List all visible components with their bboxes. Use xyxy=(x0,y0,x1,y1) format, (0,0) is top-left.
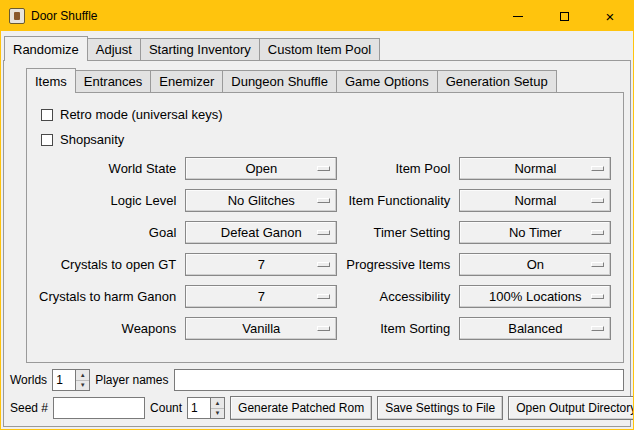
dropdown-indicator-icon xyxy=(317,326,330,331)
worlds-label: Worlds xyxy=(10,373,47,387)
label-item-functionality: Item Functionality xyxy=(346,193,450,208)
dropdown-logic-level-value: No Glitches xyxy=(228,193,295,208)
randomize-pane: Items Entrances Enemizer Dungeon Shuffle… xyxy=(3,60,631,427)
dropdown-goal-value: Defeat Ganon xyxy=(221,225,302,240)
player-names-input[interactable] xyxy=(174,369,625,391)
spinner-up-icon[interactable]: ▲ xyxy=(211,398,224,408)
dropdown-item-functionality-value: Normal xyxy=(514,193,556,208)
label-logic-level: Logic Level xyxy=(39,193,176,208)
dropdown-world-state-value: Open xyxy=(245,161,277,176)
bottom-controls: Worlds ▲ ▼ Player names Seed # Count xyxy=(4,363,630,426)
dropdown-progressive-items-value: On xyxy=(527,257,544,272)
seed-row: Seed # Count ▲ ▼ Generate Patched Rom Sa… xyxy=(10,396,624,420)
dropdown-goal[interactable]: Defeat Ganon xyxy=(185,221,337,244)
label-world-state: World State xyxy=(39,161,176,176)
worlds-spinner[interactable]: ▲ ▼ xyxy=(52,369,90,391)
label-progressive-items: Progressive Items xyxy=(346,257,450,272)
dropdown-progressive-items[interactable]: On xyxy=(459,253,611,276)
tab-enemizer[interactable]: Enemizer xyxy=(151,70,223,92)
dropdown-world-state[interactable]: Open xyxy=(185,157,337,180)
generate-patched-rom-button[interactable]: Generate Patched Rom xyxy=(230,396,372,420)
dropdown-indicator-icon xyxy=(591,262,604,267)
dropdown-indicator-icon xyxy=(317,166,330,171)
label-accessibility: Accessibility xyxy=(346,289,450,304)
player-names-label: Player names xyxy=(95,373,168,387)
checkbox-shopsanity[interactable]: Shopsanity xyxy=(41,132,611,147)
checkbox-label-shopsanity: Shopsanity xyxy=(60,132,124,147)
dropdown-timer-setting[interactable]: No Timer xyxy=(459,221,611,244)
checkbox-retro-mode[interactable]: Retro mode (universal keys) xyxy=(41,107,611,122)
tab-dungeon-shuffle[interactable]: Dungeon Shuffle xyxy=(223,70,337,92)
label-timer-setting: Timer Setting xyxy=(346,225,450,240)
window: Door Shuffle × Randomize Adjust Starting… xyxy=(0,0,634,430)
checkbox-box-retro-mode[interactable] xyxy=(41,109,53,121)
worlds-input[interactable] xyxy=(53,370,75,390)
dropdown-indicator-icon xyxy=(591,198,604,203)
tab-entrances[interactable]: Entrances xyxy=(76,70,152,92)
dropdown-logic-level[interactable]: No Glitches xyxy=(185,189,337,212)
tab-game-options[interactable]: Game Options xyxy=(337,70,438,92)
checkbox-box-shopsanity[interactable] xyxy=(41,134,53,146)
dropdown-crystals-open-gt-value: 7 xyxy=(258,257,265,272)
dropdown-indicator-icon xyxy=(317,294,330,299)
dropdown-indicator-icon xyxy=(591,230,604,235)
outer-tab-bar: Randomize Adjust Starting Inventory Cust… xyxy=(1,31,633,60)
caption-buttons: × xyxy=(495,1,633,31)
dropdown-item-functionality[interactable]: Normal xyxy=(459,189,611,212)
titlebar: Door Shuffle × xyxy=(1,1,633,31)
spinner-down-icon[interactable]: ▼ xyxy=(76,380,89,391)
dropdown-indicator-icon xyxy=(317,230,330,235)
label-item-pool: Item Pool xyxy=(346,161,450,176)
app-icon[interactable] xyxy=(9,8,25,24)
save-settings-button[interactable]: Save Settings to File xyxy=(377,396,503,420)
maximize-icon xyxy=(560,12,569,21)
dropdown-accessibility-value: 100% Locations xyxy=(489,289,582,304)
close-icon: × xyxy=(606,9,615,24)
dropdown-indicator-icon xyxy=(317,198,330,203)
count-input[interactable] xyxy=(188,398,210,418)
seed-label: Seed # xyxy=(10,401,48,415)
dropdown-crystals-harm-ganon[interactable]: 7 xyxy=(185,285,337,308)
tab-adjust[interactable]: Adjust xyxy=(88,38,141,60)
label-crystals-harm-ganon: Crystals to harm Ganon xyxy=(39,289,176,304)
window-title: Door Shuffle xyxy=(31,9,98,23)
spinner-up-icon[interactable]: ▲ xyxy=(76,370,89,380)
dropdown-accessibility[interactable]: 100% Locations xyxy=(459,285,611,308)
label-weapons: Weapons xyxy=(39,321,176,336)
dropdown-crystals-open-gt[interactable]: 7 xyxy=(185,253,337,276)
worlds-row: Worlds ▲ ▼ Player names xyxy=(10,369,624,391)
dropdown-item-pool-value: Normal xyxy=(514,161,556,176)
dropdown-weapons[interactable]: Vanilla xyxy=(185,317,337,340)
tab-items[interactable]: Items xyxy=(26,68,76,93)
count-spinner[interactable]: ▲ ▼ xyxy=(187,397,225,419)
label-crystals-open-gt: Crystals to open GT xyxy=(39,257,176,272)
items-pane: Retro mode (universal keys) Shopsanity W… xyxy=(26,92,624,363)
tab-generation-setup[interactable]: Generation Setup xyxy=(438,70,557,92)
count-spinner-arrows: ▲ ▼ xyxy=(210,398,224,418)
count-label: Count xyxy=(150,401,182,415)
tab-custom-item-pool[interactable]: Custom Item Pool xyxy=(260,38,380,60)
options-grid: World State Open Item Pool Normal Logic … xyxy=(39,157,611,340)
open-output-directory-button[interactable]: Open Output Directory xyxy=(508,396,634,420)
dropdown-item-sorting-value: Balanced xyxy=(508,321,562,336)
minimize-icon xyxy=(513,16,523,17)
inner-tab-bar: Items Entrances Enemizer Dungeon Shuffle… xyxy=(26,61,624,92)
checkbox-label-retro-mode: Retro mode (universal keys) xyxy=(60,107,223,122)
maximize-button[interactable] xyxy=(541,1,587,31)
dropdown-timer-setting-value: No Timer xyxy=(509,225,562,240)
worlds-spinner-arrows: ▲ ▼ xyxy=(75,370,89,390)
tab-starting-inventory[interactable]: Starting Inventory xyxy=(141,38,260,60)
dropdown-item-sorting[interactable]: Balanced xyxy=(459,317,611,340)
tab-randomize[interactable]: Randomize xyxy=(4,36,88,61)
dropdown-indicator-icon xyxy=(591,294,604,299)
label-item-sorting: Item Sorting xyxy=(346,321,450,336)
dropdown-indicator-icon xyxy=(317,262,330,267)
spinner-down-icon[interactable]: ▼ xyxy=(211,408,224,419)
seed-input[interactable] xyxy=(53,397,145,419)
dropdown-indicator-icon xyxy=(591,166,604,171)
dropdown-item-pool[interactable]: Normal xyxy=(459,157,611,180)
dropdown-crystals-harm-ganon-value: 7 xyxy=(258,289,265,304)
dropdown-weapons-value: Vanilla xyxy=(242,321,280,336)
close-button[interactable]: × xyxy=(587,1,633,31)
minimize-button[interactable] xyxy=(495,1,541,31)
